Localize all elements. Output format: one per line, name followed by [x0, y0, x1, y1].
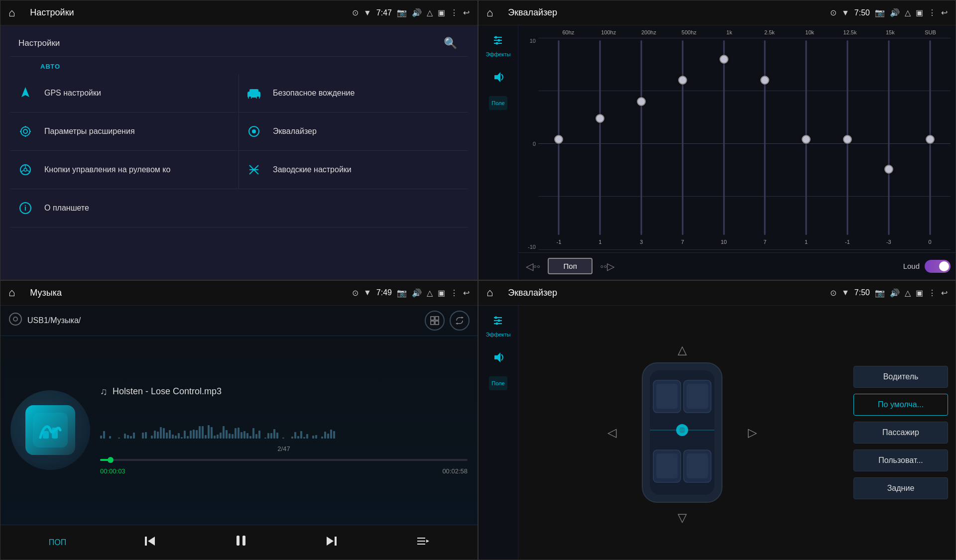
freq-100hz: 100hz	[589, 29, 629, 35]
music-title: Музыка	[30, 288, 352, 298]
settings-title: Настройки	[30, 7, 352, 18]
home-icon-eq[interactable]: ⌂	[486, 6, 493, 19]
sound-stage-buttons: Водитель По умолча... Пассажир Пользоват…	[846, 306, 956, 560]
car-arrow-down[interactable]: ▽	[678, 511, 687, 525]
shuffle-button[interactable]: ПОП	[44, 533, 71, 552]
settings-grid: GPS настройки Безопасное вождение Параме…	[10, 74, 468, 189]
eq-slider-5[interactable]: 7	[744, 38, 786, 250]
ss-effects-btn[interactable]: Эффекты	[483, 311, 513, 341]
svg-point-55	[498, 319, 500, 322]
ss-volume-btn[interactable]	[489, 346, 508, 371]
eq-slider-1[interactable]: 1	[580, 38, 621, 250]
status-bar-eq-bottom: ⌂ Эквалайзер ⊙ ▼ 7:50 📷 🔊 △ ▣ ⋮ ↩	[478, 281, 956, 306]
search-button[interactable]: 🔍	[441, 34, 460, 52]
eq-slider-8[interactable]: -3	[868, 38, 909, 250]
prev-track-button[interactable]	[138, 529, 162, 556]
eq-slider-0[interactable]: -1	[538, 38, 580, 250]
svg-marker-29	[494, 72, 500, 82]
settings-item-safety[interactable]: Безопасное вождение	[239, 74, 468, 112]
settings-item-eq[interactable]: Эквалайзер	[239, 112, 468, 151]
svg-point-5	[21, 127, 30, 136]
eq-next-btn[interactable]: ◦◦▷	[598, 258, 617, 275]
status-icons-ss: ⊙ ▼ 7:50 📷 🔊 △ ▣ ⋮ ↩	[830, 288, 948, 298]
eq-slider-7[interactable]: -1	[827, 38, 868, 250]
settings-item-wheel[interactable]: Кнопки управления на рулевом ко	[10, 151, 239, 189]
status-icons-eq: ⊙ ▼ 7:50 📷 🔊 △ ▣ ⋮ ↩	[830, 8, 948, 17]
car-arrow-left[interactable]: ◁	[607, 426, 616, 440]
params-icon	[15, 121, 35, 141]
ss-driver-btn[interactable]: Водитель	[853, 366, 948, 388]
eq-freq-labels: 60hz 100hz 200hz 500hz 1k 2.5k 10k 12.5k…	[518, 25, 956, 35]
safety-label: Безопасное вождение	[273, 89, 355, 98]
eq-slider-6[interactable]: 1	[786, 38, 827, 250]
home-icon[interactable]: ⌂	[8, 6, 15, 19]
time-eq: 7:50	[854, 8, 870, 17]
eq-slider-2[interactable]: 3	[621, 38, 662, 250]
eq-preset-button[interactable]: Поп	[548, 258, 593, 274]
music-info: ♫ Holsten - Lose Control.mp3 2/47 00:00:…	[100, 386, 468, 475]
home-icon-music[interactable]: ⌂	[8, 286, 15, 299]
svg-rect-45	[335, 537, 337, 546]
car-diagram-container: △ ▽ ◁ ▷	[612, 345, 752, 520]
freq-10k: 10k	[790, 29, 830, 35]
back-icon-music[interactable]: ↩	[463, 288, 470, 298]
eq-slider-3[interactable]: 7	[662, 38, 703, 250]
settings-content: Настройки 🔍 АВТО GPS настройки Безопасно…	[0, 25, 478, 280]
svg-rect-40	[52, 428, 58, 439]
triangle-icon-ss: △	[905, 288, 911, 298]
back-icon-ss[interactable]: ↩	[941, 288, 948, 298]
eq-loud-toggle[interactable]	[925, 260, 951, 273]
svg-rect-41	[145, 537, 147, 546]
ss-custom-btn[interactable]: Пользоват...	[853, 449, 948, 471]
eq-slider-9[interactable]: 0	[909, 38, 951, 250]
home-icon-ss[interactable]: ⌂	[486, 286, 493, 299]
factory-icon	[244, 160, 264, 180]
freq-2k5: 2.5k	[749, 29, 790, 35]
music-repeat-btn[interactable]	[450, 311, 470, 331]
eq-bottom-panel: ⌂ Эквалайзер ⊙ ▼ 7:50 📷 🔊 △ ▣ ⋮ ↩ Эффект…	[478, 280, 956, 560]
settings-item-factory[interactable]: Заводские настройки	[239, 151, 468, 189]
triangle-icon-music: △	[427, 288, 433, 298]
svg-rect-34	[431, 321, 434, 325]
svg-rect-39	[43, 431, 49, 439]
freq-15k: 15k	[870, 29, 910, 35]
music-progress-fill	[100, 459, 111, 461]
ss-field-btn[interactable]: Поле	[489, 376, 507, 390]
music-title-row: ♫ Holsten - Lose Control.mp3	[100, 386, 468, 397]
sound-stage-content: Эффекты Поле	[478, 306, 956, 560]
back-icon[interactable]: ↩	[463, 8, 470, 17]
music-progress-bar[interactable]	[100, 459, 468, 461]
eq-field-btn[interactable]: Поле	[489, 96, 507, 110]
music-track-name: Holsten - Lose Control.mp3	[113, 386, 222, 397]
music-grid-btn[interactable]	[425, 311, 445, 331]
eq-y-axis: 10 0 -10	[523, 38, 538, 250]
playlist-button[interactable]	[410, 529, 434, 556]
eq-prev-btn[interactable]: ◁◦◦	[523, 258, 543, 275]
play-pause-button[interactable]	[229, 528, 253, 557]
svg-rect-35	[435, 321, 439, 325]
car-arrow-up[interactable]: △	[678, 343, 687, 357]
status-icons: ⊙ ▼ 7:47 📷 🔊 △ ▣ ⋮ ↩	[352, 8, 470, 17]
ss-rear-btn[interactable]: Задние	[853, 477, 948, 499]
music-time-total: 00:02:58	[442, 467, 468, 475]
svg-point-26	[495, 36, 497, 39]
eq-effects-btn[interactable]: Эффекты	[483, 30, 513, 61]
freq-12k5: 12.5k	[830, 29, 870, 35]
eq-volume-btn[interactable]	[489, 66, 508, 91]
settings-item-gps[interactable]: GPS настройки	[10, 74, 239, 112]
car-arrow-right[interactable]: ▷	[748, 426, 757, 440]
ss-default-btn[interactable]: По умолча...	[853, 394, 948, 416]
sound-stage-area: △ ▽ ◁ ▷ Водитель По умолча... Пассажир П…	[518, 306, 956, 560]
eq-loud-label: Loud	[903, 262, 920, 270]
next-track-button[interactable]	[320, 529, 344, 556]
settings-item-params[interactable]: Параметры расширения	[10, 112, 239, 151]
ss-passenger-btn[interactable]: Пассажир	[853, 422, 948, 444]
svg-point-30	[9, 313, 21, 325]
ss-effects-label: Эффекты	[485, 332, 510, 337]
music-disc-icon	[8, 312, 22, 329]
volume-icon: 🔊	[412, 8, 422, 17]
settings-item-about[interactable]: i О планшете	[10, 189, 468, 227]
back-icon-eq[interactable]: ↩	[941, 8, 948, 17]
eq-slider-4[interactable]: 10	[703, 38, 744, 250]
gps-icon	[15, 83, 35, 103]
